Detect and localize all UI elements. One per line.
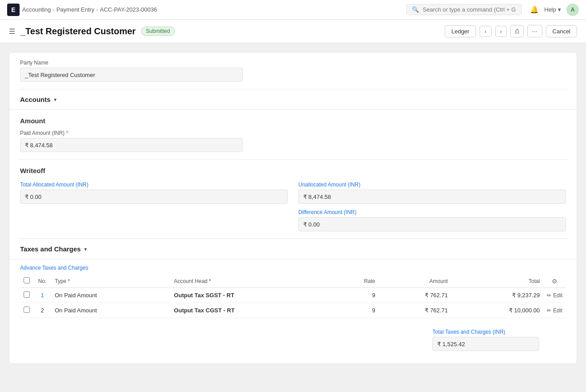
avatar[interactable]: A	[566, 4, 579, 16]
topbar-right: 🔔 Help ▾ A	[530, 4, 579, 16]
col-header-rate: Rate	[334, 275, 379, 288]
table-row: 1 On Paid Amount Output Tax SGST - RT 9 …	[20, 288, 566, 303]
unallocated-value: ₹ 8,474.58	[298, 190, 566, 204]
breadcrumb-sep-1: ›	[53, 6, 54, 13]
row2-edit-icon: ✏	[547, 307, 551, 314]
advance-taxes-label: Advance Taxes and Charges	[9, 259, 577, 275]
row1-edit-button[interactable]: ✏ Edit	[547, 292, 562, 299]
next-button[interactable]: ›	[495, 26, 507, 37]
total-allocated-value: ₹ 0.00	[20, 190, 288, 204]
prev-button[interactable]: ‹	[480, 26, 491, 37]
more-button[interactable]: ···	[527, 25, 542, 37]
unallocated-label: Unallocated Amount (INR)	[298, 182, 566, 188]
search-icon: 🔍	[412, 6, 419, 13]
status-badge: Submitted	[141, 27, 175, 36]
search-input[interactable]	[423, 6, 516, 13]
total-taxes-value: ₹ 1,525.42	[432, 337, 539, 351]
row1-edit-cell: ✏ Edit	[543, 288, 566, 303]
row1-type: On Paid Amount	[51, 288, 171, 303]
taxes-section-header[interactable]: Taxes and Charges ▾	[9, 239, 577, 259]
form-card: Party Name _Test Registered Customer Acc…	[9, 52, 577, 364]
row1-checkbox-cell	[20, 288, 33, 303]
total-allocated-col: Total Allocated Amount (INR) ₹ 0.00	[20, 182, 288, 231]
col-header-amount: Amount	[379, 275, 452, 288]
taxes-title: Taxes and Charges	[20, 245, 81, 253]
party-name-label: Party Name	[20, 60, 566, 66]
col-header-account-head: Account Head *	[171, 275, 334, 288]
row1-no: 1	[33, 288, 51, 303]
page-actions: Ledger ‹ › ⎙ ··· Cancel	[445, 25, 577, 37]
taxes-chevron-icon: ▾	[84, 246, 87, 252]
row1-edit-icon: ✏	[547, 292, 551, 299]
print-button[interactable]: ⎙	[510, 25, 524, 37]
accounts-title: Accounts	[20, 96, 50, 103]
row2-checkbox-cell	[20, 303, 33, 318]
col-header-total: Total	[452, 275, 544, 288]
ledger-button[interactable]: Ledger	[445, 25, 476, 37]
col-header-type: Type *	[51, 275, 171, 288]
row1-total: ₹ 9,237.29	[452, 288, 544, 303]
row1-no-link[interactable]: 1	[41, 292, 44, 299]
row1-rate: 9	[334, 288, 379, 303]
app-logo: E	[7, 4, 20, 16]
row2-edit-cell: ✏ Edit	[543, 303, 566, 318]
row2-checkbox[interactable]	[24, 307, 30, 313]
col-header-checkbox	[20, 275, 33, 288]
search-bar[interactable]: 🔍	[406, 4, 522, 15]
paid-amount-value: ₹ 8,474.58	[20, 138, 243, 152]
total-taxes-row: Total Taxes and Charges (INR) ₹ 1,525.42	[9, 325, 577, 355]
breadcrumb-doc-id[interactable]: ACC-PAY-2023-00036	[100, 6, 157, 13]
row2-total: ₹ 10,000.00	[452, 303, 544, 318]
help-chevron-icon: ▾	[558, 6, 561, 13]
party-name-section: Party Name _Test Registered Customer	[9, 53, 577, 89]
difference-label: Difference Amount (INR)	[298, 209, 566, 215]
row2-edit-button[interactable]: ✏ Edit	[547, 307, 562, 314]
col-header-no: No.	[33, 275, 51, 288]
row1-checkbox[interactable]	[24, 291, 30, 298]
col-header-gear: ⚙	[543, 275, 566, 288]
row2-type: On Paid Amount	[51, 303, 171, 318]
row2-amount: ₹ 762.71	[379, 303, 452, 318]
unallocated-col: Unallocated Amount (INR) ₹ 8,474.58 Diff…	[298, 182, 566, 231]
help-label: Help	[544, 6, 556, 13]
notification-bell-icon[interactable]: 🔔	[530, 5, 539, 14]
select-all-checkbox[interactable]	[24, 277, 30, 283]
page-header: ☰ _Test Registered Customer Submitted Le…	[0, 20, 586, 43]
accounts-chevron-icon: ▾	[54, 97, 57, 103]
breadcrumb-payment-entry[interactable]: Payment Entry	[57, 6, 94, 13]
row2-rate: 9	[334, 303, 379, 318]
row1-amount: ₹ 762.71	[379, 288, 452, 303]
taxes-table: No. Type * Account Head * Rate Amount To…	[20, 275, 566, 318]
breadcrumb: Accounting › Payment Entry › ACC-PAY-202…	[22, 6, 157, 13]
taxes-table-wrapper: No. Type * Account Head * Rate Amount To…	[9, 275, 577, 325]
difference-value: ₹ 0.00	[298, 217, 566, 231]
amount-section: Amount Paid Amount (INR) * ₹ 8,474.58	[9, 110, 577, 159]
help-button[interactable]: Help ▾	[544, 6, 561, 13]
row2-account-head: Output Tax CGST - RT	[171, 303, 334, 318]
topbar: E Accounting › Payment Entry › ACC-PAY-2…	[0, 0, 586, 20]
breadcrumb-accounting[interactable]: Accounting	[22, 6, 51, 13]
page-title: _Test Registered Customer	[20, 26, 136, 36]
breadcrumb-sep-2: ›	[96, 6, 98, 13]
row2-no: 2	[33, 303, 51, 318]
writeoff-section: Writeoff Total Allocated Amount (INR) ₹ …	[9, 160, 577, 238]
accounts-section-header[interactable]: Accounts ▾	[9, 89, 577, 110]
total-taxes-label: Total Taxes and Charges (INR)	[432, 329, 539, 335]
table-gear-icon[interactable]: ⚙	[552, 278, 558, 285]
writeoff-title: Writeoff	[20, 167, 566, 174]
row1-account-head: Output Tax SGST - RT	[171, 288, 334, 303]
paid-amount-required: *	[66, 130, 68, 136]
hamburger-icon[interactable]: ☰	[9, 27, 15, 36]
cancel-button[interactable]: Cancel	[546, 25, 577, 37]
table-row: 2 On Paid Amount Output Tax CGST - RT 9 …	[20, 303, 566, 318]
total-allocated-label: Total Allocated Amount (INR)	[20, 182, 288, 188]
amount-section-title: Amount	[20, 117, 566, 125]
paid-amount-label: Paid Amount (INR) *	[20, 130, 566, 136]
main-content: Party Name _Test Registered Customer Acc…	[0, 43, 586, 392]
party-name-value: _Test Registered Customer	[20, 68, 243, 82]
